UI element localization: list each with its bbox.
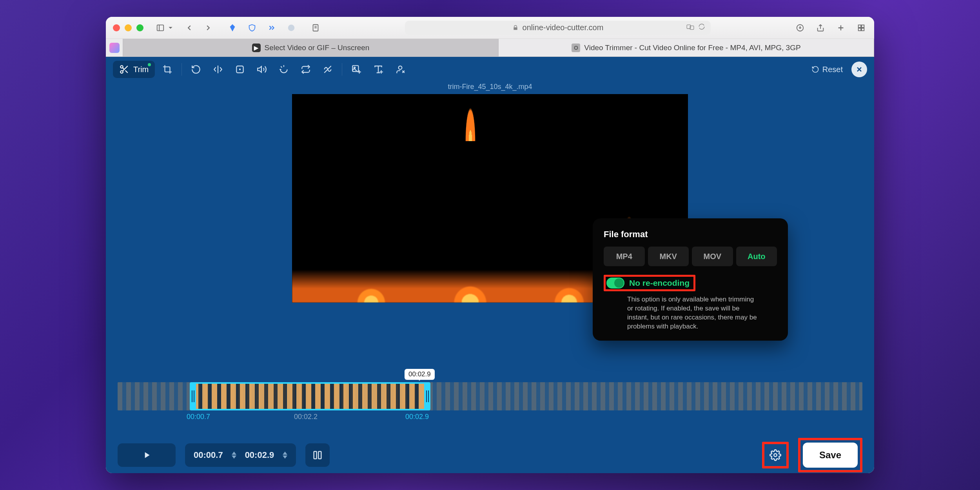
split-button[interactable] <box>305 443 330 467</box>
settings-highlight <box>762 442 789 468</box>
trim-handle-end[interactable] <box>424 382 430 410</box>
bottom-controls: 00:00.7 00:02.9 <box>106 437 874 473</box>
no-reencoding-label: No re-encoding <box>629 278 690 288</box>
add-text-tool[interactable] <box>369 61 388 78</box>
svg-point-32 <box>399 66 402 69</box>
format-mp4[interactable]: MP4 <box>604 247 645 266</box>
trim-tool[interactable]: Trim <box>113 61 155 78</box>
shield-extension-icon[interactable] <box>246 22 258 34</box>
active-indicator-icon <box>148 63 151 66</box>
reset-button[interactable]: Reset <box>811 65 843 74</box>
lock-icon <box>512 25 519 31</box>
tab-title: Video Trimmer - Cut Video Online for Fre… <box>584 44 800 52</box>
browser-toolbar: online-video-cutter.com <box>106 17 874 39</box>
video-editor-app: Trim Reset trim-Fire_ <box>106 57 874 473</box>
pinned-tab[interactable] <box>106 39 123 56</box>
svg-rect-11 <box>858 25 861 27</box>
save-label: Save <box>819 450 841 461</box>
svg-point-39 <box>774 454 777 457</box>
reload-icon[interactable] <box>698 23 705 32</box>
browser-window: online-video-cutter.com ▶ Select Video o… <box>106 17 874 473</box>
filename-label: trim-Fire_45_10s_4k_.mp4 <box>106 83 874 91</box>
new-tab-icon[interactable] <box>835 22 847 34</box>
trim-handle-start[interactable] <box>190 382 196 410</box>
selection-range[interactable] <box>191 382 426 410</box>
settings-button[interactable] <box>765 445 786 465</box>
end-time-value: 00:02.9 <box>245 450 274 460</box>
svg-point-15 <box>120 65 123 68</box>
format-mov[interactable]: MOV <box>692 247 733 266</box>
forward-button[interactable] <box>202 22 214 34</box>
end-stepper[interactable] <box>283 452 287 459</box>
remove-logo-tool[interactable] <box>391 61 410 78</box>
sidebar-toggle[interactable] <box>154 22 173 34</box>
editor-toolbar: Trim Reset <box>106 57 874 82</box>
svg-rect-0 <box>157 25 164 31</box>
site-favicon-icon: O <box>572 44 580 52</box>
playhead-time-bubble: 00:02.9 <box>405 369 435 380</box>
tab-overview-icon[interactable] <box>855 22 867 34</box>
reset-label: Reset <box>822 65 843 74</box>
start-stepper[interactable] <box>232 452 236 459</box>
volume-tool[interactable] <box>252 61 271 78</box>
moon-extension-icon[interactable] <box>285 22 297 34</box>
save-highlight: Save <box>798 438 862 472</box>
trim-label: Trim <box>133 65 149 74</box>
share-icon[interactable] <box>815 22 826 34</box>
svg-rect-24 <box>353 65 359 71</box>
stabilize-tool[interactable] <box>318 61 337 78</box>
svg-rect-37 <box>314 452 317 459</box>
minimize-window[interactable] <box>125 24 132 31</box>
translate-icon[interactable] <box>686 23 694 32</box>
svg-point-16 <box>120 71 123 73</box>
address-bar[interactable]: online-video-cutter.com <box>405 21 711 35</box>
crop-tool[interactable] <box>158 61 177 78</box>
fullscreen-window[interactable] <box>136 24 143 31</box>
diamond-extension-icon[interactable] <box>227 22 238 34</box>
format-options: MP4 MKV MOV Auto <box>604 247 777 266</box>
save-button[interactable]: Save <box>803 443 858 468</box>
mid-time-label: 00:02.2 <box>294 413 318 421</box>
timeline-zone: 00:02.9 00:00.7 00:02.2 00:02.9 <box>106 382 874 437</box>
add-image-tool[interactable] <box>347 61 366 78</box>
back-button[interactable] <box>183 22 195 34</box>
close-window[interactable] <box>113 24 120 31</box>
svg-rect-14 <box>862 28 864 30</box>
svg-rect-12 <box>862 25 864 27</box>
timeline-labels: 00:00.7 00:02.2 00:02.9 <box>118 413 862 425</box>
svg-rect-13 <box>858 28 861 30</box>
rotate-tool[interactable] <box>187 61 205 78</box>
fastforward-extension-icon[interactable] <box>266 22 278 34</box>
format-mkv[interactable]: MKV <box>648 247 689 266</box>
close-icon <box>855 65 863 73</box>
start-time-value: 00:00.7 <box>194 450 223 460</box>
scissors-icon <box>119 64 129 74</box>
no-reencoding-toggle[interactable] <box>606 278 624 289</box>
tab-video-trimmer[interactable]: O Video Trimmer - Cut Video Online for F… <box>499 39 874 56</box>
resize-tool[interactable] <box>230 61 249 78</box>
reader-icon[interactable] <box>310 22 321 34</box>
no-reencoding-highlight: No re-encoding <box>604 275 695 291</box>
speed-tool[interactable] <box>274 61 293 78</box>
loop-tool[interactable] <box>296 61 315 78</box>
downloads-icon[interactable] <box>794 22 806 34</box>
end-time-label: 00:02.9 <box>405 413 429 421</box>
url-text: online-video-cutter.com <box>523 23 604 32</box>
timeline-track[interactable] <box>118 382 862 410</box>
video-favicon-icon: ▶ <box>252 44 261 52</box>
close-button[interactable] <box>851 62 867 77</box>
format-auto[interactable]: Auto <box>736 247 777 266</box>
svg-rect-38 <box>319 452 321 459</box>
tab-unscreen[interactable]: ▶ Select Video or GIF – Unscreen <box>123 39 499 56</box>
play-icon <box>142 450 152 460</box>
tab-bar: ▶ Select Video or GIF – Unscreen O Video… <box>106 39 874 57</box>
time-range-input[interactable]: 00:00.7 00:02.9 <box>185 443 296 467</box>
svg-line-18 <box>125 71 128 73</box>
play-button[interactable] <box>118 443 176 467</box>
flip-tool[interactable] <box>209 61 227 78</box>
tab-title: Select Video or GIF – Unscreen <box>265 44 370 52</box>
svg-point-21 <box>240 69 240 70</box>
file-format-heading: File format <box>604 229 777 240</box>
gear-icon <box>769 449 781 461</box>
window-controls <box>113 24 143 31</box>
